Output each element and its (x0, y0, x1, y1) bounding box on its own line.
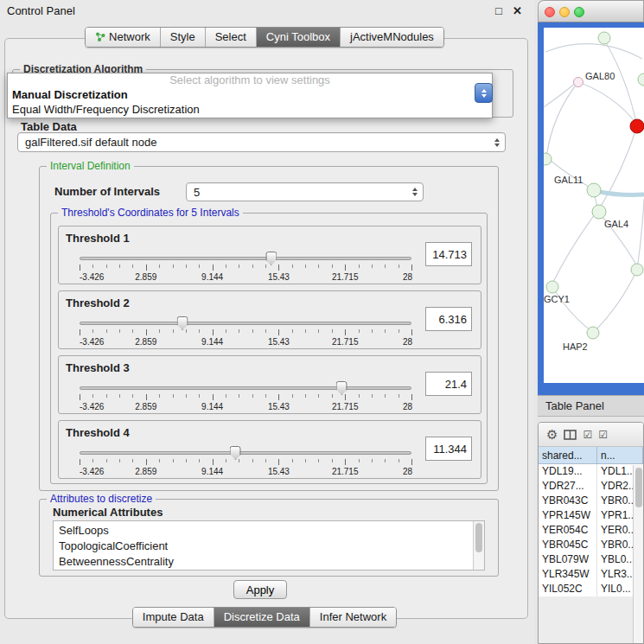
dropdown-placeholder: Select algorithm to view settings (8, 73, 492, 87)
network-edge (637, 199, 644, 270)
chevron-up-icon (481, 89, 487, 92)
network-node[interactable] (544, 153, 552, 165)
scrollbar-thumb[interactable] (475, 523, 482, 552)
table-header-row: shared...n... (539, 447, 643, 464)
tab-style[interactable]: Style (161, 28, 206, 47)
tab-label: Select (215, 30, 246, 43)
table-cell: YIL052C (539, 582, 597, 596)
network-edge (594, 271, 636, 332)
slider-track[interactable] (80, 257, 411, 260)
slider-thumb[interactable] (230, 446, 241, 460)
checkbox-icon-2[interactable]: ☑ (598, 430, 608, 440)
num-intervals-select[interactable]: 5 (186, 182, 424, 201)
network-node[interactable] (631, 264, 643, 276)
tab-cyni-toolbox[interactable]: Cyni Toolbox (257, 28, 341, 47)
table-row[interactable]: YLR345WYLR3... (539, 567, 643, 582)
thresholds-group: Threshold's Coordinates for 5 Intervals … (50, 213, 488, 484)
float-window-icon[interactable]: □ (495, 4, 502, 17)
table-row[interactable]: YBL079WYBL0... (539, 552, 643, 567)
dropdown-option-manual-discretization[interactable]: Manual Discretization (8, 87, 492, 102)
slider-track[interactable] (80, 451, 411, 455)
network-node[interactable] (598, 32, 610, 44)
network-node[interactable] (638, 73, 644, 86)
threshold-row-3: Threshold 3-3.4262.8599.14415.4321.71528… (58, 355, 481, 414)
tab-label: jActiveMNodules (350, 30, 434, 43)
threshold-value-field[interactable]: 6.316 (425, 307, 472, 331)
slider-track[interactable] (80, 322, 411, 325)
table-cell: YDL19... (539, 464, 597, 479)
chevron-down-icon (481, 94, 487, 98)
table-row[interactable]: YIL052CYIL0... (539, 582, 643, 596)
stepper-icon (494, 138, 500, 147)
tab-network[interactable]: Network (86, 28, 161, 47)
list-item-betweennesscentrality[interactable]: BetweennessCentrality (59, 554, 484, 570)
threshold-rows: Threshold 1-3.4262.8599.14415.4321.71528… (58, 226, 481, 479)
table-row[interactable]: YPR145WYPR1... (539, 508, 643, 523)
tab-select[interactable]: Select (206, 28, 257, 47)
num-intervals-label: Number of Intervals (54, 185, 160, 198)
tab-discretize-data[interactable]: Discretize Data (214, 608, 310, 627)
combo-value: galFiltered.sif default node (25, 136, 494, 149)
dropdown-option-equal-width-frequency-discretization[interactable]: Equal Width/Frequency Discretization (8, 102, 492, 117)
table-cell: YER054C (539, 523, 597, 538)
zoom-traffic-light-icon[interactable] (574, 7, 584, 17)
threshold-label: Threshold 3 (66, 361, 130, 374)
threshold-value-field[interactable]: 21.4 (425, 372, 472, 396)
table-data-select[interactable]: galFiltered.sif default node (17, 132, 506, 152)
table-row[interactable]: YDR27...YDR2... (539, 479, 643, 494)
numerical-attributes-list: SelfLoopsTopologicalCoefficientBetweenne… (54, 521, 484, 570)
close-icon[interactable]: ✕ (513, 4, 522, 17)
network-node[interactable] (587, 327, 599, 339)
threshold-row-2: Threshold 2-3.4262.8599.14415.4321.71528… (58, 290, 481, 349)
network-node[interactable] (574, 78, 583, 87)
minimize-traffic-light-icon[interactable] (559, 7, 570, 17)
network-node[interactable] (587, 183, 601, 197)
panel-title: Control Panel (7, 4, 75, 17)
network-canvas-svg: GAL80GAL11GAL4GCY1HAP2 (544, 28, 644, 383)
network-window-titlebar (538, 0, 644, 22)
close-traffic-light-icon[interactable] (545, 7, 555, 17)
threshold-slider[interactable]: -3.4262.8599.14415.4321.71528 (80, 447, 411, 476)
table-row[interactable]: YDL19...YDL1... (539, 464, 643, 479)
network-node[interactable] (546, 281, 558, 293)
table-row[interactable]: YBR043CYBR0... (539, 494, 643, 508)
network-node[interactable] (630, 119, 644, 133)
table-row[interactable]: YBR045CYBR0... (539, 538, 643, 552)
threshold-slider[interactable]: -3.4262.8599.14415.4321.71528 (80, 252, 411, 282)
threshold-value-field[interactable]: 11.344 (425, 437, 472, 461)
tab-impute-data[interactable]: Impute Data (133, 608, 214, 627)
screen: Control Panel □ ✕ NetworkStyleSelectCyni… (0, 0, 644, 644)
network-canvas[interactable]: GAL80GAL11GAL4GCY1HAP2 (544, 28, 644, 383)
list-item-topologicalcoefficient[interactable]: TopologicalCoefficient (59, 539, 484, 554)
numerical-attributes-listbox: SelfLoopsTopologicalCoefficientBetweenne… (53, 520, 485, 571)
table-data-label: Table Data (21, 120, 77, 133)
list-item-selfloops[interactable]: SelfLoops (59, 523, 484, 539)
algorithm-dropdown-button[interactable] (475, 83, 493, 103)
column-header-0[interactable]: shared... (539, 447, 597, 463)
column-header-1[interactable]: n... (597, 447, 643, 463)
list-scrollbar[interactable] (473, 521, 484, 570)
threshold-value-field[interactable]: 14.713 (425, 242, 472, 266)
slider-thumb[interactable] (336, 381, 348, 395)
slider-thumb[interactable] (265, 252, 277, 265)
threshold-slider[interactable]: -3.4262.8599.14415.4321.71528 (80, 382, 411, 411)
checkbox-icon-1[interactable]: ☑ (583, 430, 592, 440)
tab-label: Discretize Data (224, 610, 300, 623)
group-title: Attributes to discretize (47, 493, 156, 505)
slider-thumb[interactable] (177, 316, 188, 330)
tab-jactivemnodules[interactable]: jActiveMNodules (341, 28, 443, 47)
slider-ticks (80, 265, 411, 271)
table-scrollbar[interactable] (633, 465, 643, 643)
scrollbar-thumb[interactable] (635, 468, 642, 507)
tab-infer-network[interactable]: Infer Network (310, 608, 396, 627)
table-row[interactable]: YER054CYER0... (539, 523, 643, 538)
table-cell: YBR045C (539, 538, 597, 552)
network-node[interactable] (592, 205, 606, 219)
slider-track[interactable] (80, 386, 411, 390)
gear-icon[interactable]: ⚙ (546, 428, 558, 441)
threshold-row-1: Threshold 1-3.4262.8599.14415.4321.71528… (58, 226, 481, 284)
columns-icon[interactable] (564, 430, 577, 440)
apply-button[interactable]: Apply (233, 580, 287, 599)
control-panel-titlebar: Control Panel □ ✕ (0, 0, 534, 22)
threshold-slider[interactable]: -3.4262.8599.14415.4321.71528 (80, 317, 411, 347)
